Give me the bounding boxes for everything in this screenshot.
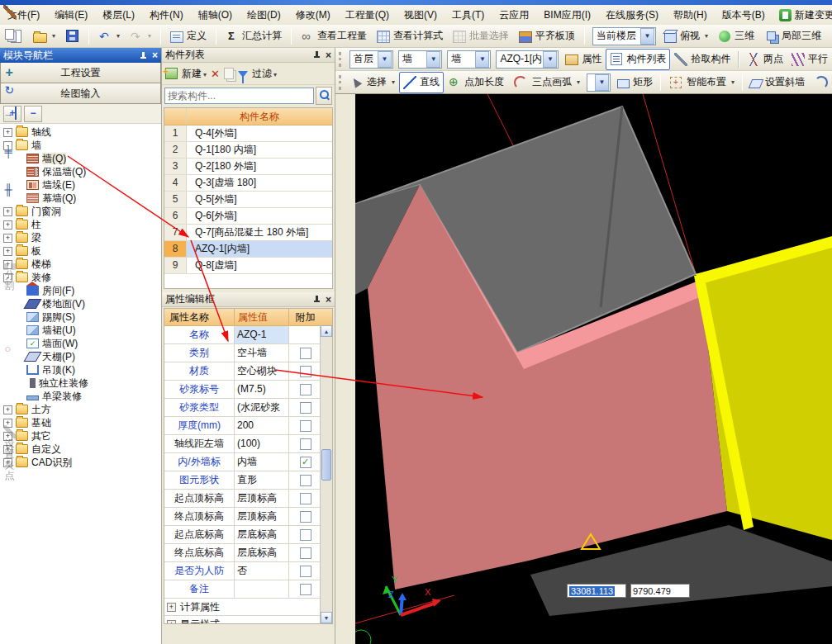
- tree-item[interactable]: + 板: [0, 244, 161, 258]
- open-file-button[interactable]: [29, 26, 59, 47]
- component-name[interactable]: Q-1[180 内墙]: [187, 142, 332, 158]
- tree-item[interactable]: 吊顶(K): [0, 363, 161, 376]
- component-name[interactable]: Q-3[虚墙 180]: [187, 175, 332, 191]
- extra-checkbox[interactable]: [300, 438, 311, 450]
- component-row[interactable]: 5 Q-5[外墙]: [164, 192, 332, 208]
- menu-item[interactable]: 修改(M): [288, 7, 338, 23]
- close-icon[interactable]: ×: [326, 50, 331, 60]
- undo-button[interactable]: [94, 26, 124, 47]
- tree-item[interactable]: 单梁装修: [0, 390, 161, 403]
- batch-select-button[interactable]: 批量选择: [449, 26, 513, 47]
- tree-expander[interactable]: +: [3, 220, 12, 230]
- arch-wall-button[interactable]: 设: [809, 72, 832, 93]
- menu-item[interactable]: 帮助(H): [666, 7, 715, 23]
- summary-calc-button[interactable]: 汇总计算: [221, 26, 286, 47]
- component-name[interactable]: Q-2[180 外墙]: [187, 159, 332, 174]
- property-value[interactable]: 空斗墙: [234, 344, 288, 362]
- chevron-down-icon[interactable]: ▼: [475, 51, 489, 68]
- property-row[interactable]: 轴线距左墙 (100): [164, 435, 332, 453]
- extra-checkbox[interactable]: [300, 402, 311, 414]
- property-row[interactable]: 终点顶标高 层顶标高: [164, 508, 332, 526]
- tree-item[interactable]: + 楼梯: [0, 258, 161, 271]
- pin-icon[interactable]: [313, 296, 321, 303]
- property-value[interactable]: 直形: [234, 471, 288, 489]
- property-value[interactable]: 层顶标高: [234, 490, 288, 507]
- chevron-down-icon[interactable]: ▼: [378, 51, 392, 68]
- drawing-canvas[interactable]: Y Z X 33081.113 9790.479: [355, 94, 832, 644]
- property-value[interactable]: (M7.5): [234, 381, 288, 398]
- extra-checkbox[interactable]: [300, 457, 311, 468]
- two-point-axis-button[interactable]: 两点: [743, 49, 787, 70]
- pick-component-button[interactable]: 拾取构件: [670, 49, 735, 70]
- tree-expander[interactable]: +: [3, 247, 12, 256]
- chevron-down-icon[interactable]: ▼: [426, 51, 440, 68]
- coordinate-x-input[interactable]: 33081.113: [567, 584, 626, 598]
- property-value[interactable]: 否: [234, 562, 288, 580]
- toolbar-grip[interactable]: [339, 75, 341, 90]
- menu-item[interactable]: 在线服务(S): [598, 7, 666, 23]
- extra-checkbox[interactable]: [300, 493, 311, 504]
- copy-component-icon[interactable]: [224, 68, 234, 79]
- component-name[interactable]: Q-4[外墙]: [187, 125, 332, 141]
- tree-expander[interactable]: +: [3, 128, 12, 137]
- top-view-button[interactable]: 俯视: [660, 26, 712, 47]
- property-row[interactable]: 起点底标高 层底标高: [164, 526, 332, 544]
- property-row[interactable]: 材质 空心砌块: [164, 362, 332, 381]
- component-name[interactable]: Q-8[虚墙]: [187, 258, 332, 273]
- property-row[interactable]: 厚度(mm) 200: [164, 417, 332, 435]
- coordinate-y-input[interactable]: 9790.479: [630, 584, 690, 598]
- tree-item[interactable]: 墙(Q): [0, 152, 161, 165]
- property-value[interactable]: 层底标高: [234, 526, 288, 543]
- smart-layout-button[interactable]: 智能布置: [664, 72, 739, 93]
- tree-item[interactable]: + 基础: [0, 416, 161, 429]
- component-row[interactable]: 6 Q-6[外墙]: [164, 208, 332, 225]
- menu-item[interactable]: 工具(T): [445, 7, 492, 23]
- property-value[interactable]: (水泥砂浆: [234, 399, 288, 416]
- extra-checkbox[interactable]: [300, 384, 311, 395]
- component-name[interactable]: Q-5[外墙]: [187, 192, 332, 207]
- property-value[interactable]: (100): [234, 435, 288, 452]
- scroll-down-icon[interactable]: ▼: [321, 612, 332, 623]
- component-row[interactable]: 9 Q-8[虚墙]: [164, 258, 332, 274]
- tree-item[interactable]: 独立柱装修: [0, 376, 161, 390]
- extra-checkbox[interactable]: [300, 420, 311, 432]
- draw-input-button[interactable]: 绘图输入: [0, 83, 161, 104]
- define-button[interactable]: 定义: [166, 26, 211, 47]
- group-expander[interactable]: +: [167, 603, 176, 612]
- component-row[interactable]: 4 Q-3[虚墙 180]: [164, 175, 332, 192]
- three-point-arc-button[interactable]: 三点画弧: [508, 72, 584, 93]
- property-value[interactable]: 200: [234, 417, 288, 434]
- full-screen-button[interactable]: 全屏: [827, 26, 832, 47]
- tree-item[interactable]: 墙面(W): [0, 337, 161, 350]
- move-button[interactable]: [3, 67, 17, 80]
- new-component-button[interactable]: 新建: [182, 67, 207, 81]
- local-three-d-button[interactable]: 局部三维: [760, 26, 825, 47]
- search-input[interactable]: [164, 88, 314, 104]
- chevron-down-icon[interactable]: ▼: [595, 74, 609, 91]
- component-select[interactable]: AZQ-1[内墙]▼: [496, 50, 559, 69]
- arc-option-select[interactable]: ▼: [587, 73, 611, 92]
- current-floor-select[interactable]: 当前楼层 ▼: [592, 27, 656, 45]
- delete-component-button[interactable]: ✕: [211, 68, 220, 80]
- property-scrollbar[interactable]: ▲ ▼: [320, 325, 332, 623]
- group-expander[interactable]: +: [167, 620, 176, 625]
- tree-expander[interactable]: +: [3, 207, 12, 216]
- menu-item[interactable]: BIM应用(I): [536, 7, 598, 23]
- tree-expander[interactable]: +: [3, 405, 12, 414]
- view-quantity-button[interactable]: 查看工程量: [297, 26, 371, 47]
- search-icon[interactable]: [316, 87, 332, 105]
- tree-item[interactable]: - 装修: [0, 271, 161, 284]
- tree-item[interactable]: - 墙: [0, 139, 161, 152]
- tree-item[interactable]: + 土方: [0, 403, 161, 416]
- extra-checkbox[interactable]: [300, 366, 311, 377]
- select-tool-button[interactable]: 选择: [345, 72, 399, 93]
- chevron-down-icon[interactable]: ▼: [543, 51, 557, 68]
- property-row[interactable]: 备注: [164, 580, 332, 599]
- menu-item[interactable]: 视图(V): [397, 7, 445, 23]
- pin-icon[interactable]: [140, 52, 147, 59]
- toolbar-grip[interactable]: [339, 52, 344, 67]
- set-grip-button[interactable]: 设置夹点: [3, 425, 17, 481]
- menu-item-new-change[interactable]: 新建变更: [773, 7, 832, 23]
- scroll-up-icon[interactable]: ▲: [321, 325, 332, 337]
- menu-item[interactable]: 楼层(L): [95, 7, 142, 23]
